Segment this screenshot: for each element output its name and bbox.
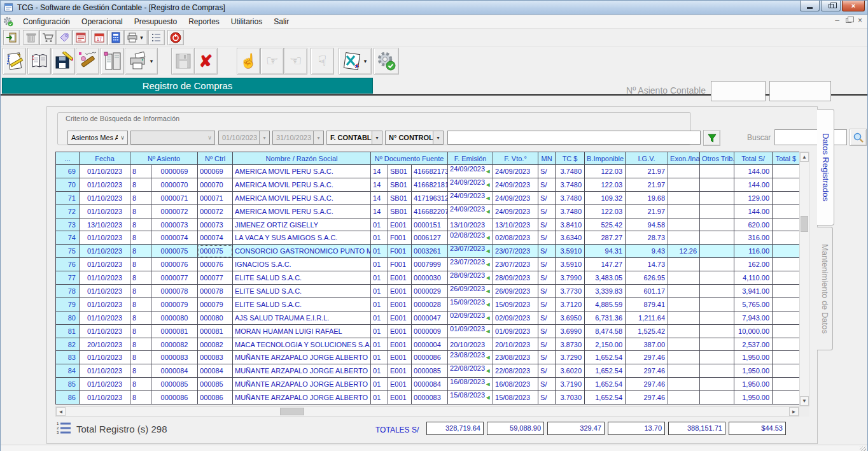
mdi-minimize-button[interactable]: – [835, 16, 839, 25]
cell-igv[interactable]: 21.97 [626, 205, 668, 218]
cell-mn[interactable]: S/ [538, 245, 556, 258]
cell-exon[interactable] [668, 378, 700, 391]
cell-total_d[interactable] [773, 285, 800, 298]
cell-asiento[interactable]: 0000074 [151, 231, 198, 245]
cell-exon[interactable] [668, 351, 700, 364]
cell-lib[interactable]: 8 [130, 378, 151, 391]
cell-base[interactable]: 3,339.83 [585, 285, 626, 298]
table-row[interactable]: 8301/10/202380000083000083MUÑANTE ARZAPA… [56, 351, 800, 364]
column-header[interactable]: B.Imponible [585, 152, 626, 165]
cell-base[interactable]: 1,652.54 [585, 378, 626, 391]
cell-num[interactable]: 69 [56, 165, 80, 178]
cell-ctrl[interactable]: 000081 [198, 325, 233, 338]
cell-igv[interactable]: 297.46 [626, 351, 668, 364]
cell-nombre[interactable]: CONSORCIO GASTRONOMICO PUNTO MARIS [233, 245, 371, 258]
cell-nombre[interactable]: ELITE SALUD S.A.C. [233, 285, 371, 298]
cell-fecha[interactable]: 01/10/2023 [80, 245, 130, 258]
cell-doc_tipo[interactable]: 01 [371, 285, 388, 298]
cell-doc_num[interactable]: 416682173 [412, 165, 448, 178]
cell-lib[interactable]: 8 [130, 178, 151, 192]
resize-grip[interactable] [860, 447, 866, 451]
cell-doc_num[interactable]: 0000030 [412, 271, 448, 285]
cell-ctrl[interactable]: 000069 [198, 165, 233, 178]
cell-lib[interactable]: 8 [130, 285, 151, 298]
cell-ctrl[interactable]: 000071 [198, 192, 233, 205]
cell-nombre[interactable]: MUÑANTE ARZAPALO JORGE ALBERTO [233, 378, 371, 391]
cell-lib[interactable]: 8 [130, 311, 151, 325]
cell-tc[interactable]: 3.5910 [556, 245, 585, 258]
cell-num[interactable]: 76 [56, 258, 80, 271]
cell-mn[interactable]: S/ [538, 271, 556, 285]
print-button[interactable]: ▾ [124, 30, 148, 45]
cell-otros[interactable] [700, 258, 734, 271]
cell-igv[interactable]: 297.46 [626, 378, 668, 391]
column-header[interactable]: Total S/ [734, 152, 773, 165]
cell-ctrl[interactable]: 000072 [198, 205, 233, 218]
cell-otros[interactable] [700, 178, 734, 192]
table-row[interactable]: 7801/10/202380000078000078ELITE SALUD S.… [56, 285, 800, 298]
cell-doc_num[interactable]: 0000084 [412, 378, 448, 391]
cell-lib[interactable]: 8 [130, 258, 151, 271]
cell-nombre[interactable]: LA VACA Y SUS AMIGOS S.A.C. [233, 231, 371, 245]
cell-doc_tipo[interactable]: 01 [371, 391, 388, 404]
cell-f_emision[interactable]: 20/10/2023 [448, 338, 493, 351]
cell-nombre[interactable]: MUÑANTE ARZAPALO JORGE ALBERTO [233, 351, 371, 364]
cell-doc_tipo[interactable]: 01 [371, 218, 388, 231]
cell-mn[interactable]: S/ [538, 178, 556, 192]
cell-asiento[interactable]: 0000069 [151, 165, 198, 178]
cell-mn[interactable]: S/ [538, 231, 556, 245]
cell-exon[interactable] [668, 298, 700, 311]
cell-total_d[interactable] [773, 364, 800, 378]
cell-otros[interactable] [700, 218, 734, 231]
cell-doc_tipo[interactable]: 01 [371, 378, 388, 391]
cell-f_vto[interactable]: 23/07/2023 [493, 245, 538, 258]
cell-fecha[interactable]: 01/10/2023 [80, 178, 130, 192]
horizontal-scrollbar[interactable]: ◄ ► [55, 406, 799, 417]
cell-tc[interactable]: 3.5910 [556, 258, 585, 271]
cell-f_vto[interactable]: 24/09/2023 [493, 205, 538, 218]
cell-doc_num[interactable]: 0000047 [412, 311, 448, 325]
cell-fecha[interactable]: 01/10/2023 [80, 231, 130, 245]
cell-total_s[interactable]: 144.00 [734, 165, 773, 178]
cell-nombre[interactable]: AMERICA MOVIL PERU S.A.C. [233, 178, 371, 192]
cell-asiento[interactable]: 0000082 [151, 338, 198, 351]
edit-record-button[interactable] [52, 48, 75, 75]
cell-doc_tipo[interactable]: 01 [371, 311, 388, 325]
cell-doc_serie[interactable]: SB01 [388, 205, 412, 218]
cell-f_vto[interactable]: 24/09/2023 [493, 165, 538, 178]
cell-doc_serie[interactable]: F001 [388, 245, 412, 258]
cell-doc_serie[interactable]: E001 [388, 311, 412, 325]
cell-f_emision[interactable]: 26/09/2023◄ [448, 285, 493, 298]
cell-mn[interactable]: S/ [538, 298, 556, 311]
cell-base[interactable]: 2,150.00 [585, 338, 626, 351]
menu-item-utilitarios[interactable]: Utilitarios [225, 16, 268, 27]
cell-base[interactable]: 1,652.54 [585, 391, 626, 404]
cell-f_emision[interactable]: 23/07/2023◄ [448, 258, 493, 271]
cell-otros[interactable] [700, 378, 734, 391]
cell-ctrl[interactable]: 000077 [198, 271, 233, 285]
cell-exon[interactable] [668, 364, 700, 378]
cell-num[interactable]: 79 [56, 298, 80, 311]
close-button[interactable]: × [842, 1, 865, 11]
cell-tc[interactable]: 3.6020 [556, 364, 585, 378]
column-header[interactable]: Otros Trib. [700, 152, 734, 165]
cell-asiento[interactable]: 0000077 [151, 271, 198, 285]
cell-ctrl[interactable]: 000084 [198, 364, 233, 378]
cell-num[interactable]: 80 [56, 311, 80, 325]
cell-base[interactable]: 94.31 [585, 245, 626, 258]
cell-exon[interactable] [668, 271, 700, 285]
cell-total_d[interactable] [773, 298, 800, 311]
cell-doc_serie[interactable]: E001 [388, 391, 412, 404]
cell-igv[interactable]: 879.41 [626, 298, 668, 311]
cell-exon[interactable] [668, 165, 700, 178]
cell-total_d[interactable] [773, 231, 800, 245]
cell-tc[interactable]: 3.7480 [556, 178, 585, 192]
cell-total_d[interactable] [773, 271, 800, 285]
cell-f_vto[interactable]: 16/08/2023 [493, 378, 538, 391]
table-row[interactable]: 7601/10/202380000076000076IGNACIOS S.A.C… [56, 258, 800, 271]
cell-f_emision[interactable]: 13/10/2023 [448, 218, 493, 231]
cell-doc_num[interactable]: 0000004 [412, 338, 448, 351]
cell-doc_num[interactable]: 0000029 [412, 285, 448, 298]
cell-total_d[interactable] [773, 192, 800, 205]
cell-num[interactable]: 74 [56, 231, 80, 245]
